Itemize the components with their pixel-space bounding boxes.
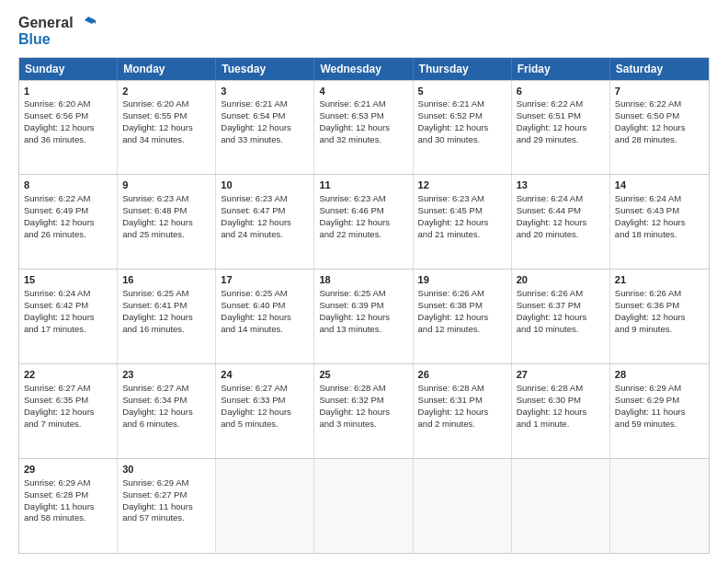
day-line-2: Daylight: 12 hours <box>24 312 95 322</box>
day-line-2: Daylight: 12 hours <box>319 122 390 132</box>
day-number: 27 <box>517 368 605 382</box>
day-line-1: Sunset: 6:36 PM <box>615 300 679 310</box>
day-2: 2Sunrise: 6:20 AMSunset: 6:55 PMDaylight… <box>118 81 216 175</box>
day-line-3: and 24 minutes. <box>221 229 283 239</box>
day-line-0: Sunrise: 6:23 AM <box>221 193 287 203</box>
day-line-1: Sunset: 6:34 PM <box>122 395 187 405</box>
day-line-3: and 57 minutes. <box>122 512 185 523</box>
day-number: 30 <box>122 463 210 477</box>
day-line-2: Daylight: 11 hours <box>24 501 95 511</box>
empty-cell <box>216 459 314 553</box>
day-line-0: Sunrise: 6:25 AM <box>122 288 188 298</box>
day-number: 8 <box>24 178 112 192</box>
day-line-2: Daylight: 12 hours <box>517 217 587 227</box>
day-line-3: and 20 minutes. <box>517 229 579 239</box>
day-number: 15 <box>24 273 112 287</box>
day-line-1: Sunset: 6:32 PM <box>319 395 383 405</box>
day-line-2: Daylight: 12 hours <box>122 407 193 417</box>
week-1: 1Sunrise: 6:20 AMSunset: 6:56 PMDaylight… <box>19 80 709 175</box>
day-line-3: and 22 minutes. <box>319 229 381 239</box>
day-number: 24 <box>221 368 309 382</box>
day-number: 14 <box>615 178 704 192</box>
col-friday: Friday <box>512 58 610 80</box>
day-line-3: and 28 minutes. <box>615 134 677 144</box>
calendar-body: 1Sunrise: 6:20 AMSunset: 6:56 PMDaylight… <box>19 80 709 553</box>
day-line-0: Sunrise: 6:24 AM <box>615 193 681 203</box>
day-line-2: Daylight: 12 hours <box>122 217 193 227</box>
day-25: 25Sunrise: 6:28 AMSunset: 6:32 PMDayligh… <box>314 364 413 458</box>
day-line-3: and 6 minutes. <box>122 419 179 429</box>
day-number: 7 <box>615 85 704 98</box>
day-line-1: Sunset: 6:54 PM <box>221 110 285 121</box>
day-line-1: Sunset: 6:29 PM <box>615 395 679 405</box>
day-line-2: Daylight: 12 hours <box>319 312 390 322</box>
day-number: 23 <box>122 368 210 382</box>
day-line-1: Sunset: 6:27 PM <box>122 489 187 500</box>
day-3: 3Sunrise: 6:21 AMSunset: 6:54 PMDaylight… <box>216 81 314 175</box>
day-8: 8Sunrise: 6:22 AMSunset: 6:49 PMDaylight… <box>19 175 118 269</box>
day-5: 5Sunrise: 6:21 AMSunset: 6:52 PMDaylight… <box>414 81 512 175</box>
day-number: 22 <box>24 368 112 382</box>
day-23: 23Sunrise: 6:27 AMSunset: 6:34 PMDayligh… <box>118 364 216 458</box>
day-number: 26 <box>418 368 506 382</box>
day-line-3: and 16 minutes. <box>122 324 185 334</box>
day-line-2: Daylight: 12 hours <box>122 122 193 132</box>
day-line-3: and 59 minutes. <box>615 419 677 429</box>
day-line-2: Daylight: 12 hours <box>221 122 291 132</box>
day-line-3: and 26 minutes. <box>24 229 86 239</box>
day-line-1: Sunset: 6:50 PM <box>615 110 679 121</box>
day-number: 21 <box>615 273 704 287</box>
day-line-1: Sunset: 6:43 PM <box>615 205 679 215</box>
day-9: 9Sunrise: 6:23 AMSunset: 6:48 PMDaylight… <box>118 175 216 269</box>
day-line-3: and 32 minutes. <box>319 134 381 144</box>
day-11: 11Sunrise: 6:23 AMSunset: 6:46 PMDayligh… <box>314 175 413 269</box>
day-line-0: Sunrise: 6:26 AM <box>517 288 583 298</box>
day-10: 10Sunrise: 6:23 AMSunset: 6:47 PMDayligh… <box>216 175 314 269</box>
day-line-3: and 1 minute. <box>517 419 570 429</box>
day-20: 20Sunrise: 6:26 AMSunset: 6:37 PMDayligh… <box>512 270 610 363</box>
day-line-3: and 25 minutes. <box>122 229 185 239</box>
day-number: 11 <box>319 178 407 192</box>
day-line-3: and 12 minutes. <box>418 324 481 334</box>
col-saturday: Saturday <box>610 58 709 80</box>
day-line-1: Sunset: 6:51 PM <box>517 110 581 121</box>
day-line-0: Sunrise: 6:28 AM <box>517 383 583 393</box>
week-2: 8Sunrise: 6:22 AMSunset: 6:49 PMDaylight… <box>19 174 709 269</box>
day-line-2: Daylight: 12 hours <box>24 217 95 227</box>
day-line-3: and 30 minutes. <box>418 134 481 144</box>
day-line-0: Sunrise: 6:29 AM <box>615 383 681 393</box>
day-4: 4Sunrise: 6:21 AMSunset: 6:53 PMDaylight… <box>314 81 413 175</box>
day-number: 29 <box>24 463 112 477</box>
day-12: 12Sunrise: 6:23 AMSunset: 6:45 PMDayligh… <box>414 175 512 269</box>
day-line-2: Daylight: 12 hours <box>24 122 95 132</box>
day-7: 7Sunrise: 6:22 AMSunset: 6:50 PMDaylight… <box>610 81 709 175</box>
day-line-0: Sunrise: 6:27 AM <box>24 383 90 393</box>
day-24: 24Sunrise: 6:27 AMSunset: 6:33 PMDayligh… <box>216 364 314 458</box>
day-18: 18Sunrise: 6:25 AMSunset: 6:39 PMDayligh… <box>314 270 413 363</box>
day-line-3: and 33 minutes. <box>221 134 283 144</box>
day-line-1: Sunset: 6:40 PM <box>221 300 285 310</box>
day-1: 1Sunrise: 6:20 AMSunset: 6:56 PMDaylight… <box>19 81 118 175</box>
empty-cell <box>512 459 610 553</box>
day-line-1: Sunset: 6:47 PM <box>221 205 285 215</box>
day-line-0: Sunrise: 6:27 AM <box>221 383 287 393</box>
day-line-0: Sunrise: 6:25 AM <box>221 288 287 298</box>
day-line-2: Daylight: 12 hours <box>418 217 489 227</box>
day-line-1: Sunset: 6:28 PM <box>24 489 88 500</box>
day-line-0: Sunrise: 6:23 AM <box>418 193 484 203</box>
day-line-2: Daylight: 12 hours <box>418 312 489 322</box>
day-14: 14Sunrise: 6:24 AMSunset: 6:43 PMDayligh… <box>610 175 709 269</box>
logo-blue: Blue <box>18 31 96 48</box>
day-6: 6Sunrise: 6:22 AMSunset: 6:51 PMDaylight… <box>512 81 610 175</box>
day-29: 29Sunrise: 6:29 AMSunset: 6:28 PMDayligh… <box>19 459 118 553</box>
col-monday: Monday <box>118 58 216 80</box>
day-number: 16 <box>122 273 210 287</box>
day-line-3: and 9 minutes. <box>615 324 672 334</box>
day-27: 27Sunrise: 6:28 AMSunset: 6:30 PMDayligh… <box>512 364 610 458</box>
day-number: 1 <box>24 85 112 98</box>
day-line-2: Daylight: 12 hours <box>24 407 95 417</box>
day-line-3: and 29 minutes. <box>517 134 579 144</box>
day-line-0: Sunrise: 6:24 AM <box>517 193 583 203</box>
day-number: 13 <box>517 178 605 192</box>
day-line-1: Sunset: 6:55 PM <box>122 110 187 121</box>
